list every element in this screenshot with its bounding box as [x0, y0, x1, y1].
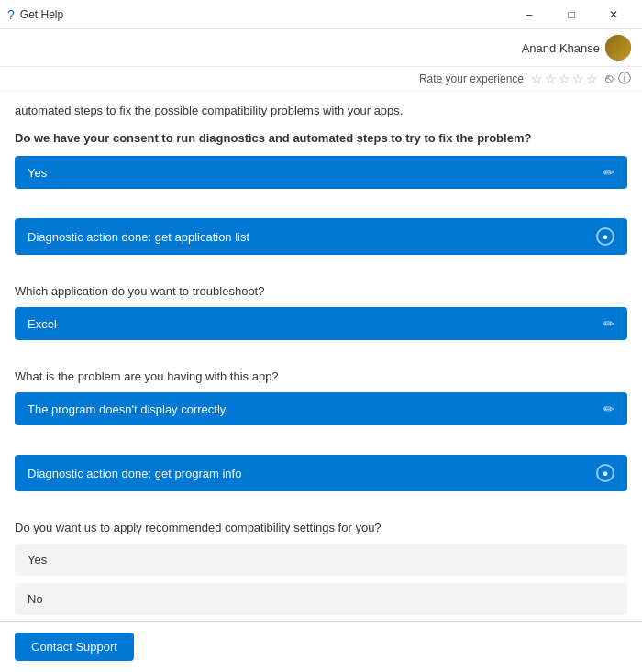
maximize-button[interactable]: □ [550, 0, 592, 29]
answer2-label: Excel [28, 317, 57, 331]
avatar [605, 35, 631, 61]
diagnostic1-label: Diagnostic action done: get application … [28, 230, 249, 244]
share-icon[interactable]: ⎋ [605, 71, 613, 87]
option-yes[interactable]: Yes [15, 544, 627, 576]
info-icon[interactable]: ⓘ [618, 71, 631, 87]
minimize-button[interactable]: – [508, 0, 550, 29]
close-button[interactable]: ✕ [592, 0, 635, 29]
answer1-label: Yes [28, 166, 47, 180]
user-name: Anand Khanse [522, 41, 600, 55]
app-title: Get Help [20, 8, 63, 21]
question2: Which application do you want to trouble… [15, 284, 627, 298]
star-3[interactable]: ☆ [559, 72, 570, 86]
edit-icon-3: ✏ [603, 402, 614, 416]
rate-label: Rate your experience [419, 72, 524, 85]
rate-bar: Rate your experience ☆ ☆ ☆ ☆ ☆ ⎋ ⓘ [0, 67, 642, 92]
diagnostic2-label: Diagnostic action done: get program info [28, 467, 241, 480]
question3: What is the problem are you having with … [15, 369, 627, 383]
question1: Do we have your consent to run diagnosti… [15, 130, 627, 147]
diagnostic1-item: Diagnostic action done: get application … [15, 218, 627, 255]
star-2[interactable]: ☆ [545, 72, 557, 86]
answer1-item[interactable]: Yes ✏ [15, 156, 627, 189]
check-icon-1: ● [596, 227, 614, 246]
option-no[interactable]: No [15, 583, 627, 615]
rate-action-icons: ⎋ ⓘ [605, 71, 631, 87]
answer3-label: The program doesn't display correctly. [28, 402, 228, 416]
edit-icon-2: ✏ [603, 316, 614, 331]
app-icon: ? [7, 7, 15, 22]
contact-support-button[interactable]: Contact Support [15, 633, 134, 661]
bottom-bar: Contact Support [0, 621, 642, 672]
check-icon-2: ● [596, 464, 614, 482]
avatar-image [605, 35, 631, 61]
star-4[interactable]: ☆ [572, 72, 584, 86]
star-1[interactable]: ☆ [531, 72, 543, 86]
intro-text: automated steps to fix the possible comp… [15, 103, 627, 119]
star-5[interactable]: ☆ [586, 72, 598, 86]
answer2-item[interactable]: Excel ✏ [15, 307, 627, 340]
content-area: automated steps to fix the possible comp… [0, 92, 642, 621]
answer3-item[interactable]: The program doesn't display correctly. ✏ [15, 392, 627, 425]
question4: Do you want us to apply recommended comp… [15, 521, 627, 534]
user-info: Anand Khanse [522, 35, 631, 61]
diagnostic2-item: Diagnostic action done: get program info… [15, 455, 627, 491]
window-controls: – □ ✕ [508, 0, 635, 29]
title-bar: ? Get Help – □ ✕ [0, 0, 642, 29]
title-bar-left: ? Get Help [7, 7, 63, 22]
star-rating[interactable]: ☆ ☆ ☆ ☆ ☆ [531, 72, 598, 86]
top-bar: Anand Khanse [0, 29, 642, 67]
edit-icon-1: ✏ [603, 165, 614, 180]
